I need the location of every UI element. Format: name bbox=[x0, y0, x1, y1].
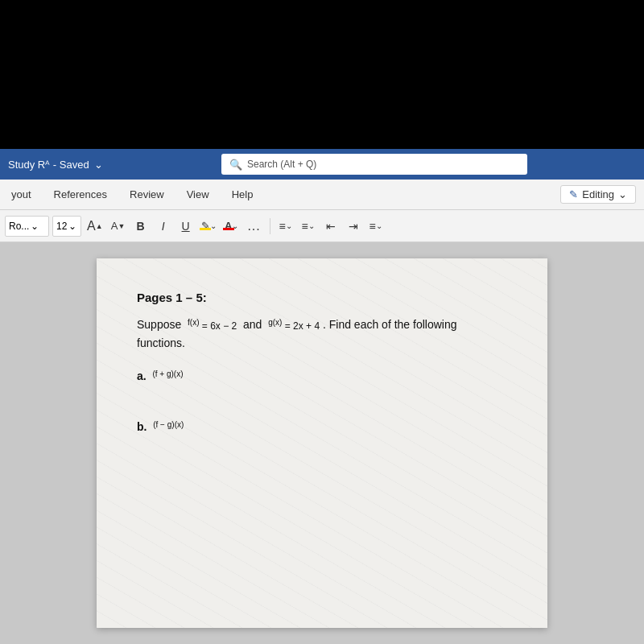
title-bar: Study Rᴬ - Saved ⌄ 🔍 Search (Alt + Q) bbox=[0, 149, 644, 180]
editing-button[interactable]: ✎ Editing ⌄ bbox=[560, 185, 636, 204]
document-page: Pages 1 – 5: Suppose f(x) = 6x − 2 and g… bbox=[97, 258, 547, 628]
grow-caret: ▲ bbox=[96, 222, 103, 230]
font-dropdown-icon: ⌄ bbox=[31, 221, 39, 232]
top-black-area bbox=[0, 0, 644, 149]
item-b-content: (f − g)(x) bbox=[153, 423, 184, 434]
font-size-selector[interactable]: 12 ⌄ bbox=[52, 216, 81, 237]
shrink-caret: ▼ bbox=[118, 222, 125, 230]
italic-button[interactable]: I bbox=[154, 216, 173, 237]
shrink-a-icon: A bbox=[111, 220, 118, 232]
tab-help[interactable]: Help bbox=[221, 180, 265, 210]
doc-paragraph: Suppose f(x) = 6x − 2 and g(x) = 2x + 4 … bbox=[137, 316, 507, 353]
item-a-label: a. bbox=[137, 369, 147, 382]
math-gx: g(x) = 2x + 4 bbox=[268, 320, 320, 332]
search-icon: 🔍 bbox=[229, 159, 242, 171]
pencil-icon: ✎ bbox=[569, 188, 578, 200]
list-button-1[interactable]: ≡ ⌄ bbox=[276, 216, 295, 237]
size-dropdown-icon: ⌄ bbox=[68, 221, 76, 232]
search-placeholder: Search (Alt + Q) bbox=[247, 159, 316, 170]
doc-item-a: a. (f + g)(x) bbox=[137, 367, 507, 386]
increase-indent-button[interactable]: ⇥ bbox=[344, 216, 363, 237]
tab-view[interactable]: View bbox=[175, 180, 221, 210]
grow-a-icon: A bbox=[87, 219, 96, 233]
bold-button[interactable]: B bbox=[131, 216, 151, 237]
highlight-icon: ✎ bbox=[201, 220, 210, 232]
format-toolbar: Ro... ⌄ 12 ⌄ A ▲ A ▼ B I U ✎ ⌄ bbox=[0, 210, 644, 242]
search-bar[interactable]: 🔍 Search (Alt + Q) bbox=[221, 154, 527, 175]
list-button-2[interactable]: ≡ ⌄ bbox=[299, 216, 318, 237]
item-a-content: (f + g)(x) bbox=[152, 372, 183, 383]
doc-item-b: b. (f − g)(x) bbox=[137, 418, 507, 436]
align-button[interactable]: ≡ ⌄ bbox=[366, 216, 386, 237]
title-dropdown-icon[interactable]: ⌄ bbox=[94, 159, 103, 171]
screen-wrapper: Study Rᴬ - Saved ⌄ 🔍 Search (Alt + Q) yo… bbox=[0, 0, 644, 644]
font-selector[interactable]: Ro... ⌄ bbox=[5, 216, 49, 237]
font-color-icon: A bbox=[225, 220, 232, 232]
item-b-label: b. bbox=[137, 420, 147, 433]
ribbon-tabs: yout References Review View Help ✎ Editi… bbox=[0, 180, 644, 210]
tab-review[interactable]: Review bbox=[118, 180, 175, 210]
editing-label: Editing bbox=[582, 188, 614, 200]
title-bar-left: Study Rᴬ - Saved ⌄ bbox=[8, 159, 105, 171]
decrease-indent-button[interactable]: ⇤ bbox=[321, 216, 341, 237]
underline-button[interactable]: U bbox=[176, 216, 196, 237]
tab-references[interactable]: References bbox=[43, 180, 118, 210]
tab-yout[interactable]: yout bbox=[0, 180, 43, 210]
grow-font-button[interactable]: A ▲ bbox=[85, 216, 105, 237]
doc-heading: Pages 1 – 5: bbox=[137, 291, 507, 304]
editing-dropdown-icon: ⌄ bbox=[618, 188, 627, 200]
math-fx: f(x) = 6x − 2 bbox=[188, 320, 237, 332]
toolbar-separator bbox=[270, 218, 270, 234]
highlight-color-button[interactable]: ✎ ⌄ bbox=[199, 216, 219, 237]
more-options-button[interactable]: ... bbox=[245, 216, 264, 237]
shrink-font-button[interactable]: A ▼ bbox=[109, 216, 128, 237]
font-color-button[interactable]: A ⌄ bbox=[222, 216, 242, 237]
app-title: Study Rᴬ - Saved bbox=[8, 159, 89, 171]
document-area: Pages 1 – 5: Suppose f(x) = 6x − 2 and g… bbox=[0, 242, 644, 644]
